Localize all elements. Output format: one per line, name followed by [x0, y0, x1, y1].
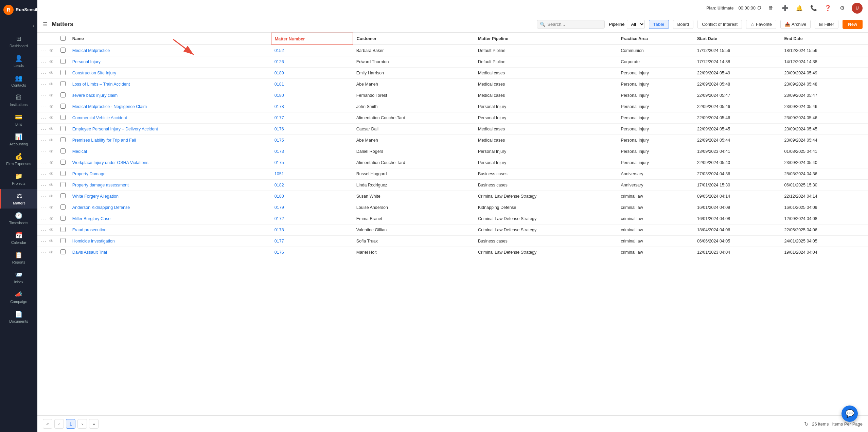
collapse-button[interactable]: ‹	[33, 23, 35, 29]
sidebar-item-timesheets[interactable]: 🕐 Timesheets	[0, 209, 37, 228]
matter-name-link[interactable]: Commercial Vehicle Accident	[72, 115, 127, 120]
row-menu-button[interactable]: ···	[41, 160, 47, 165]
matter-name-link[interactable]: Property Damage	[72, 172, 106, 176]
matter-number-link[interactable]: 0189	[274, 71, 284, 75]
row-preview-button[interactable]: 👁	[49, 59, 54, 65]
row-menu-button[interactable]: ···	[41, 250, 47, 255]
row-preview-button[interactable]: 👁	[49, 160, 54, 165]
row-checkbox[interactable]	[60, 249, 66, 254]
matter-name-link[interactable]: Medical Malpractice	[72, 48, 110, 53]
row-checkbox[interactable]	[60, 104, 66, 109]
row-checkbox[interactable]	[60, 126, 66, 131]
row-preview-button[interactable]: 👁	[49, 149, 54, 154]
favorite-button[interactable]: ☆ Favorite	[746, 20, 776, 29]
matter-number-link[interactable]: 0126	[274, 59, 284, 64]
matter-name-link[interactable]: Property damage assessment	[72, 183, 129, 187]
help-icon[interactable]: ❓	[823, 3, 833, 13]
matter-number-link[interactable]: 0175	[274, 138, 284, 143]
row-checkbox[interactable]	[60, 92, 66, 97]
row-checkbox[interactable]	[60, 81, 66, 86]
row-checkbox[interactable]	[60, 216, 66, 221]
matter-name-link[interactable]: Premises Liability for Trip and Fall	[72, 138, 136, 143]
row-menu-button[interactable]: ···	[41, 149, 47, 154]
row-checkbox[interactable]	[60, 193, 66, 198]
row-checkbox[interactable]	[60, 171, 66, 176]
row-menu-button[interactable]: ···	[41, 48, 47, 53]
table-view-button[interactable]: Table	[649, 20, 669, 29]
notification-icon[interactable]: 🔔	[795, 3, 804, 13]
search-input[interactable]	[547, 22, 602, 27]
matter-number-link[interactable]: 0180	[274, 194, 284, 199]
matter-number-link[interactable]: 0178	[274, 104, 284, 109]
row-menu-button[interactable]: ···	[41, 216, 47, 221]
row-menu-button[interactable]: ···	[41, 93, 47, 98]
matter-name-link[interactable]: Loss of Limbs – Train Accident	[72, 82, 130, 87]
row-menu-button[interactable]: ···	[41, 126, 47, 132]
row-checkbox[interactable]	[60, 48, 66, 53]
row-menu-button[interactable]: ···	[41, 59, 47, 65]
row-menu-button[interactable]: ···	[41, 82, 47, 87]
sidebar-item-matters[interactable]: ⚖ Matters	[0, 189, 37, 209]
sidebar-item-inbox[interactable]: 📨 Inbox	[0, 268, 37, 287]
row-checkbox[interactable]	[60, 227, 66, 232]
row-menu-button[interactable]: ···	[41, 171, 47, 177]
board-view-button[interactable]: Board	[673, 20, 694, 29]
last-page-button[interactable]: »	[89, 419, 99, 429]
row-preview-button[interactable]: 👁	[49, 126, 54, 132]
matter-number-link[interactable]: 0172	[274, 216, 284, 221]
matter-number-link[interactable]: 0152	[274, 48, 284, 53]
row-menu-button[interactable]: ···	[41, 138, 47, 143]
sidebar-item-dashboard[interactable]: ⊞ Dashboard	[0, 32, 37, 51]
sidebar-item-documents[interactable]: 📄 Documents	[0, 307, 37, 327]
row-preview-button[interactable]: 👁	[49, 182, 54, 188]
refresh-icon[interactable]: ↻	[804, 421, 809, 427]
row-menu-button[interactable]: ···	[41, 70, 47, 76]
matter-name-link[interactable]: Medical Malpractice - Negligence Claim	[72, 104, 147, 109]
row-preview-button[interactable]: 👁	[49, 171, 54, 177]
new-button[interactable]: New	[843, 20, 863, 29]
matter-name-link[interactable]: Homicide investigation	[72, 239, 115, 244]
matter-number-link[interactable]: 0176	[274, 127, 284, 131]
select-all-checkbox[interactable]	[60, 36, 66, 41]
matter-name-link[interactable]: Davis Assault Trial	[72, 250, 107, 255]
matter-name-link[interactable]: Fraud prosecution	[72, 228, 107, 232]
matter-name-link[interactable]: Miller Burglary Case	[72, 216, 111, 221]
matter-number-link[interactable]: 0180	[274, 93, 284, 98]
settings-icon[interactable]: ⚙	[837, 3, 847, 13]
sidebar-item-accounting[interactable]: 📊 Accounting	[0, 130, 37, 149]
pipeline-dropdown[interactable]: All	[627, 20, 645, 29]
trash-icon[interactable]: 🗑	[766, 3, 776, 13]
sidebar-item-firm-expenses[interactable]: 💰 Firm Expenses	[0, 149, 37, 169]
matter-name-link[interactable]: Workplace Injury under OSHA Violations	[72, 160, 148, 165]
row-menu-button[interactable]: ···	[41, 104, 47, 109]
current-page-button[interactable]: 1	[66, 419, 75, 429]
row-checkbox[interactable]	[60, 148, 66, 154]
sidebar-item-leads[interactable]: 👤 Leads	[0, 51, 37, 71]
row-preview-button[interactable]: 👁	[49, 238, 54, 244]
conflict-of-interest-button[interactable]: Conflict of Interest	[697, 20, 742, 29]
user-avatar[interactable]: U	[852, 3, 863, 14]
row-preview-button[interactable]: 👁	[49, 216, 54, 221]
filter-button[interactable]: ⊟ Filter	[815, 20, 838, 29]
row-checkbox[interactable]	[60, 182, 66, 187]
row-menu-button[interactable]: ···	[41, 115, 47, 121]
row-checkbox[interactable]	[60, 137, 66, 142]
row-preview-button[interactable]: 👁	[49, 48, 54, 53]
row-checkbox[interactable]	[60, 59, 66, 64]
matter-number-link[interactable]: 0177	[274, 115, 284, 120]
matter-name-link[interactable]: Personal Injury	[72, 59, 101, 64]
row-preview-button[interactable]: 👁	[49, 194, 54, 199]
sidebar-item-projects[interactable]: 📁 Projects	[0, 169, 37, 189]
sidebar-collapse[interactable]: ‹	[0, 20, 37, 32]
row-checkbox[interactable]	[60, 160, 66, 165]
matter-number-link[interactable]: 0173	[274, 149, 284, 154]
row-preview-button[interactable]: 👁	[49, 138, 54, 143]
prev-page-button[interactable]: ‹	[54, 419, 64, 429]
row-menu-button[interactable]: ···	[41, 194, 47, 199]
row-preview-button[interactable]: 👁	[49, 82, 54, 87]
sidebar-item-institutions[interactable]: 🏛 Institutions	[0, 91, 37, 110]
matter-number-link[interactable]: 0177	[274, 239, 284, 244]
row-preview-button[interactable]: 👁	[49, 104, 54, 109]
matter-number-link[interactable]: 1051	[274, 172, 284, 176]
row-preview-button[interactable]: 👁	[49, 93, 54, 98]
